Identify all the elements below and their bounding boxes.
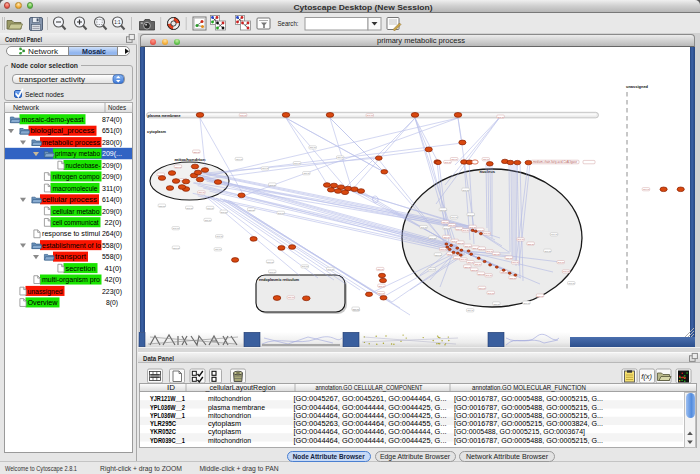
svg-text:Glc-lp: Glc-lp — [378, 292, 385, 295]
svg-text:Glc-lp: Glc-lp — [463, 189, 470, 192]
svg-text:Right-click + drag to ZOOM: Right-click + drag to ZOOM — [100, 465, 182, 473]
svg-text:YJR121W__1: YJR121W__1 — [150, 395, 185, 402]
svg-text:Glc-lp: Glc-lp — [558, 261, 565, 264]
svg-text:unassigned: unassigned — [626, 84, 648, 89]
svg-text:Select nodes: Select nodes — [25, 91, 65, 98]
svg-text:Control Panel: Control Panel — [5, 35, 42, 44]
svg-text:Glc-lp: Glc-lp — [216, 235, 223, 238]
svg-text:Glc-lp: Glc-lp — [215, 248, 222, 251]
svg-text:Glc-lp: Glc-lp — [173, 247, 180, 250]
svg-text:cellular metabo: cellular metabo — [53, 208, 100, 215]
svg-text:establishment of lo: establishment of lo — [42, 242, 101, 249]
svg-text:Glc-lp: Glc-lp — [440, 209, 447, 212]
svg-text:Glc-lp: Glc-lp — [468, 214, 475, 217]
svg-text:Glc-lp: Glc-lp — [493, 253, 500, 256]
svg-text:Glc-lp: Glc-lp — [240, 114, 247, 117]
svg-text:nucleobase-: nucleobase- — [66, 162, 102, 169]
svg-text:response to stimul: response to stimul — [42, 230, 100, 238]
svg-text:Glc-lp: Glc-lp — [475, 263, 482, 266]
svg-text:Glc-lp: Glc-lp — [479, 287, 486, 290]
svg-text:Glc-lp: Glc-lp — [465, 245, 472, 248]
svg-text:YPL036W__1: YPL036W__1 — [150, 412, 185, 419]
svg-text:Glc-lp: Glc-lp — [159, 205, 166, 208]
svg-text:874(0): 874(0) — [102, 116, 122, 124]
svg-text:Glc-lp: Glc-lp — [444, 227, 451, 230]
svg-text:Glc-lp: Glc-lp — [248, 209, 255, 212]
svg-text:8(0): 8(0) — [106, 299, 118, 307]
svg-text:secretion: secretion — [66, 265, 96, 272]
svg-text:[GO:0044464, GO:0044446, GO:00: [GO:0044464, GO:0044446, GO:0044444, G..… — [294, 428, 447, 436]
svg-text:Glc-lp: Glc-lp — [337, 156, 344, 159]
svg-text:223(0): 223(0) — [102, 288, 122, 296]
svg-text:biological_process: biological_process — [31, 127, 96, 135]
svg-text:Glc-lp: Glc-lp — [477, 229, 484, 232]
svg-text:Glc-lp: Glc-lp — [262, 167, 269, 170]
svg-text:Middle-click + drag to PAN: Middle-click + drag to PAN — [200, 465, 279, 473]
svg-text:plasma membrane: plasma membrane — [148, 113, 182, 118]
svg-text:264(0): 264(0) — [102, 230, 122, 238]
svg-text:mitochondrion: mitochondrion — [208, 437, 252, 444]
svg-text:Glc-lp: Glc-lp — [463, 229, 470, 232]
svg-text:YPL036W__2: YPL036W__2 — [150, 404, 185, 411]
svg-text:[GO:0044464, GO:0044444, GO:00: [GO:0044464, GO:0044444, GO:0044425, G..… — [294, 412, 447, 420]
svg-text:Glc-lp: Glc-lp — [302, 265, 309, 268]
svg-text:Glc-lp: Glc-lp — [198, 191, 205, 194]
svg-text:Glc-lp: Glc-lp — [493, 303, 500, 306]
svg-text:Glc-lp: Glc-lp — [537, 295, 544, 298]
svg-text:Glc-lp: Glc-lp — [205, 219, 212, 222]
svg-text:Data Panel: Data Panel — [143, 354, 174, 363]
svg-text:Cytoscape Desktop (New Session: Cytoscape Desktop (New Session) — [294, 3, 433, 12]
svg-text:f(x): f(x) — [641, 372, 652, 381]
svg-text:558(0): 558(0) — [102, 253, 122, 261]
svg-text:Glc-lp: Glc-lp — [353, 308, 360, 311]
svg-text:Glc-lp: Glc-lp — [451, 216, 458, 219]
svg-text:Glc-lp: Glc-lp — [186, 207, 193, 210]
svg-text:YLR295C: YLR295C — [150, 420, 176, 427]
svg-text:Glc-lp: Glc-lp — [193, 151, 200, 154]
svg-text:[GO:0044464, GO:0044444, GO:00: [GO:0044464, GO:0044444, GO:0044425, G..… — [294, 437, 447, 445]
svg-text:cytoplasm: cytoplasm — [147, 129, 166, 134]
svg-text:Glc-lp: Glc-lp — [464, 266, 471, 269]
svg-text:614(0): 614(0) — [102, 196, 122, 204]
svg-text:Glc-lp: Glc-lp — [449, 224, 456, 227]
svg-text:Glc-lp: Glc-lp — [483, 158, 490, 161]
svg-text:[GO:0016787, GO:0005488, GO:00: [GO:0016787, GO:0005488, GO:0005215, G..… — [454, 395, 603, 403]
svg-text:Glc-lp: Glc-lp — [470, 226, 477, 229]
svg-text:unassigned: unassigned — [28, 288, 63, 296]
svg-text:Glc-lp: Glc-lp — [471, 269, 478, 272]
svg-text:Glc-lp: Glc-lp — [467, 261, 474, 264]
svg-text:_cellularLayoutRegion: _cellularLayoutRegion — [204, 384, 276, 392]
svg-text:plasma membrane: plasma membrane — [208, 404, 266, 412]
svg-text:Glc-lp: Glc-lp — [440, 248, 447, 251]
svg-text:[GO:0016787, GO:0005488, GO:00: [GO:0016787, GO:0005488, GO:0005215, G..… — [454, 412, 603, 420]
svg-text:Glc-lp: Glc-lp — [486, 274, 493, 277]
svg-text:transporter activity: transporter activity — [19, 75, 86, 83]
svg-text:Glc-lp: Glc-lp — [429, 268, 436, 271]
svg-text:Glc-lp: Glc-lp — [545, 250, 552, 253]
svg-text:Glc-lp: Glc-lp — [269, 271, 276, 274]
svg-text:Glc-lp: Glc-lp — [421, 226, 428, 229]
svg-text:Glc-lp: Glc-lp — [175, 166, 182, 169]
svg-text:Glc-lp: Glc-lp — [377, 268, 384, 271]
svg-text:Node color selection: Node color selection — [11, 62, 78, 69]
svg-text:Glc-lp: Glc-lp — [479, 248, 486, 251]
svg-text:Welcome to Cytoscape 2.8.1: Welcome to Cytoscape 2.8.1 — [5, 465, 77, 473]
svg-text:YDR039C__1: YDR039C__1 — [150, 437, 185, 444]
svg-text:Glc-lp: Glc-lp — [435, 254, 442, 257]
svg-text:Glc-lp: Glc-lp — [367, 114, 374, 117]
svg-text:Glc-lp: Glc-lp — [498, 116, 505, 119]
svg-text:42(0): 42(0) — [105, 276, 122, 284]
svg-text:[GO:0016787, GO:0005215, GO:00: [GO:0016787, GO:0005215, GO:0003824, G..… — [454, 420, 603, 428]
svg-text:558(0): 558(0) — [102, 242, 122, 250]
svg-text:macromolecule: macromolecule — [53, 185, 98, 192]
svg-text:mitochondrion: mitochondrion — [208, 412, 252, 419]
svg-text:311(0): 311(0) — [102, 185, 122, 193]
svg-text:Glc-lp: Glc-lp — [461, 258, 468, 261]
svg-text:Node Attribute Browser: Node Attribute Browser — [293, 453, 366, 460]
svg-text:primary metabo: primary metabo — [55, 150, 100, 158]
svg-text:annotation.GO MOLECULAR_FUNCTI: annotation.GO MOLECULAR_FUNCTION — [472, 384, 586, 392]
svg-text:Glc-lp: Glc-lp — [457, 242, 464, 245]
svg-text:Glc-lp: Glc-lp — [221, 211, 228, 214]
svg-text:[GO:0005488, GO:0005215, GO:00: [GO:0005488, GO:0005215, GO:0003674] — [454, 428, 585, 436]
svg-text:ID: ID — [167, 384, 176, 391]
